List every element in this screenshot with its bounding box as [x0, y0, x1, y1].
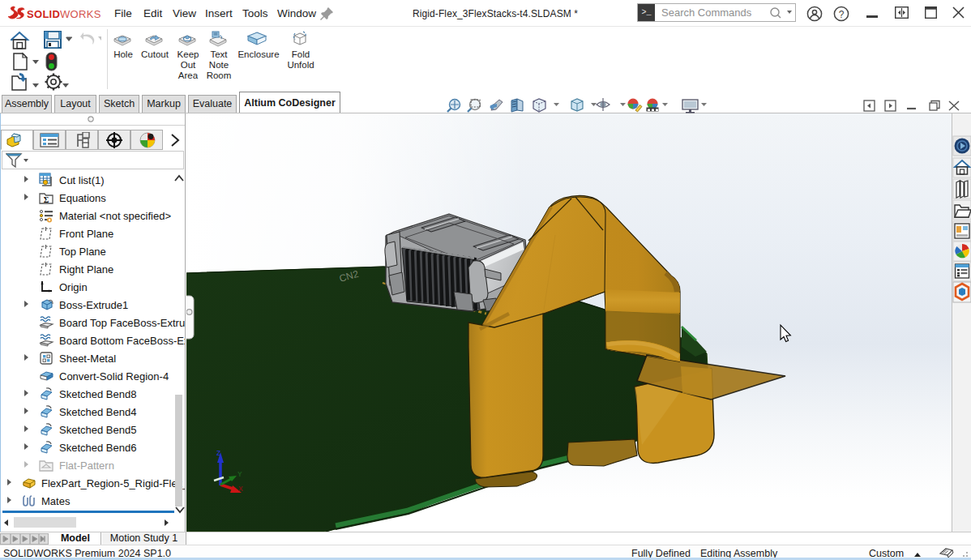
svg-text:SOLID: SOLID — [27, 8, 60, 20]
svg-text:Y: Y — [237, 470, 242, 478]
svg-text:Z: Z — [216, 449, 220, 457]
svg-text:X: X — [238, 485, 243, 493]
svg-text:Σ: Σ — [44, 195, 49, 204]
svg-text:?: ? — [839, 9, 845, 20]
svg-text:WORKS: WORKS — [60, 8, 101, 20]
